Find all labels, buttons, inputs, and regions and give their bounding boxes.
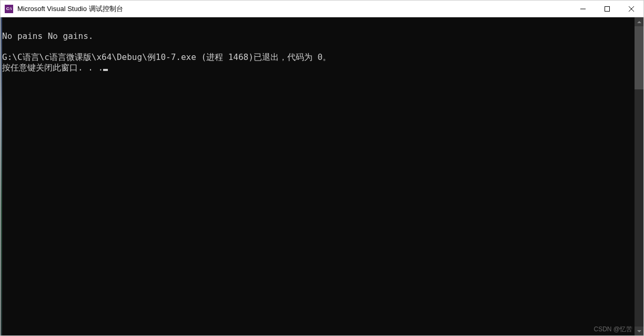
chevron-down-icon: [637, 330, 641, 332]
console-line: G:\C语言\c语言微课版\x64\Debug\例10-7.exe (进程 14…: [2, 52, 331, 62]
close-icon: [629, 6, 634, 12]
chevron-up-icon: [637, 21, 641, 23]
window-controls: [571, 1, 643, 17]
console-line: No pains No gains.: [2, 31, 93, 41]
scroll-down-button[interactable]: [635, 327, 643, 335]
close-button[interactable]: [619, 1, 643, 17]
minimize-icon: [580, 6, 586, 12]
client-area: No pains No gains. G:\C语言\c语言微课版\x64\Deb…: [1, 17, 643, 335]
app-icon: C:\: [5, 5, 13, 13]
maximize-button[interactable]: [595, 1, 619, 17]
window-title: Microsoft Visual Studio 调试控制台: [17, 4, 123, 14]
svg-rect-1: [605, 6, 610, 11]
text-cursor: [103, 69, 108, 71]
vertical-scrollbar[interactable]: [635, 17, 643, 335]
scroll-thumb[interactable]: [635, 26, 643, 89]
app-window: C:\ Microsoft Visual Studio 调试控制台 No pai…: [0, 0, 644, 336]
titlebar[interactable]: C:\ Microsoft Visual Studio 调试控制台: [1, 1, 643, 17]
console-line: 按任意键关闭此窗口. . .: [2, 63, 103, 73]
svg-marker-4: [637, 21, 641, 23]
svg-marker-5: [637, 330, 641, 332]
scroll-up-button[interactable]: [635, 17, 643, 26]
console-output[interactable]: No pains No gains. G:\C语言\c语言微课版\x64\Deb…: [2, 17, 635, 335]
minimize-button[interactable]: [571, 1, 595, 17]
maximize-icon: [605, 6, 610, 12]
